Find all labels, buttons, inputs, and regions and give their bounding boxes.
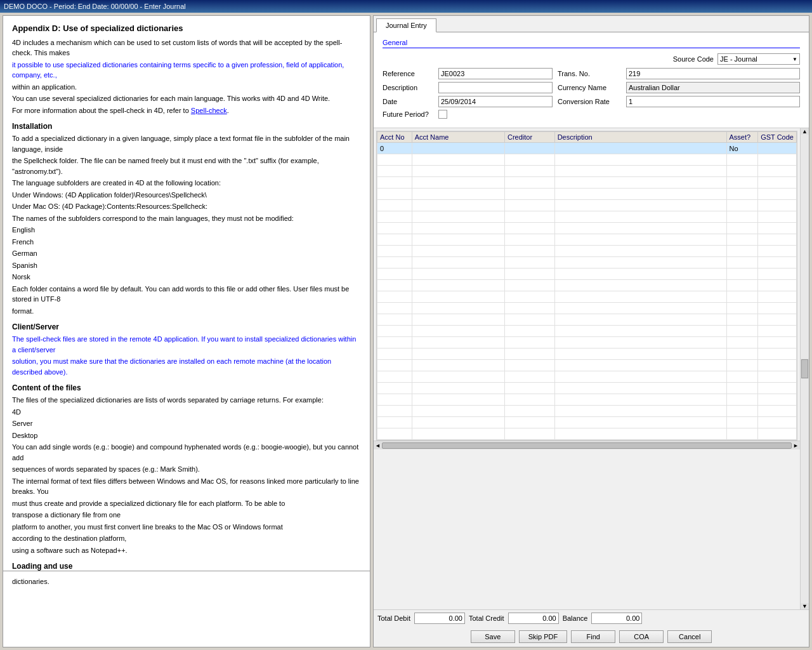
balance-label: Balance <box>563 614 588 622</box>
table-row[interactable] <box>377 394 797 406</box>
ex-server: Server <box>12 418 361 429</box>
dropdown-arrow-icon: ▼ <box>792 56 797 62</box>
table-row[interactable] <box>377 234 797 246</box>
table-row[interactable] <box>377 360 797 371</box>
table-row[interactable] <box>377 428 797 440</box>
col-acct-name: Acct Name <box>412 132 504 143</box>
scroll-left-icon[interactable]: ◄ <box>375 442 381 449</box>
date-input[interactable] <box>438 96 553 107</box>
table-row[interactable] <box>377 348 797 360</box>
table-row[interactable] <box>377 326 797 337</box>
data-grid: Acct No Acct Name Creditor Description A… <box>376 131 797 441</box>
scroll-down-icon[interactable]: ▼ <box>801 603 809 609</box>
future-period-label: Future Period? <box>383 110 433 118</box>
cell-acct-name <box>412 143 504 154</box>
skip-pdf-button[interactable]: Skip PDF <box>519 630 567 643</box>
table-row[interactable] <box>377 223 797 234</box>
totals-bar: Total Debit Total Credit Balance <box>374 609 809 627</box>
total-credit-label: Total Credit <box>469 614 504 622</box>
source-code-label: Source Code <box>673 55 714 63</box>
lang-spanish: Spanish <box>12 260 361 271</box>
internal-format-5: according to the destination platform, <box>12 533 361 544</box>
windows-path: Under Windows: (4D Application folder)\R… <box>12 190 361 201</box>
h-scrollbar-area[interactable]: ◄ ► <box>374 441 800 449</box>
left-panel: Appendix D: Use of specialized dictionar… <box>3 15 370 647</box>
table-row[interactable] <box>377 166 797 177</box>
para-2: it possible to use specialized dictionar… <box>12 60 361 81</box>
lang-english: English <box>12 225 361 235</box>
save-button[interactable]: Save <box>471 630 515 643</box>
table-row[interactable] <box>377 303 797 314</box>
table-row[interactable] <box>377 246 797 257</box>
scroll-right-icon[interactable]: ► <box>793 442 799 449</box>
lang-german: German <box>12 248 361 259</box>
para-5: For more information about the spell-che… <box>12 105 361 116</box>
form-area: General Source Code JE - Journal ▼ Refer… <box>374 32 809 128</box>
table-row[interactable] <box>377 200 797 211</box>
installation-heading: Installation <box>12 121 361 132</box>
currency-name-label: Currency Name <box>558 84 621 91</box>
table-row[interactable] <box>377 291 797 303</box>
reference-input[interactable] <box>438 68 553 79</box>
tab-journal-entry[interactable]: Journal Entry <box>376 18 436 32</box>
install-para-3: The language subfolders are created in 4… <box>12 178 361 189</box>
coa-button[interactable]: COA <box>619 630 664 643</box>
left-content-area[interactable]: Appendix D: Use of specialized dictionar… <box>3 16 370 571</box>
internal-format-1: The internal format of text files differ… <box>12 476 361 497</box>
format-note: format. <box>12 306 361 317</box>
table-row[interactable] <box>377 280 797 291</box>
table-row[interactable] <box>377 406 797 417</box>
table-row[interactable] <box>377 189 797 200</box>
table-scroll[interactable]: Acct No Acct Name Creditor Description A… <box>374 128 800 609</box>
balance-input[interactable] <box>591 613 642 624</box>
col-gst-code: GST Code <box>758 132 797 143</box>
spellcheck-link[interactable]: Spell-check <box>191 107 227 114</box>
v-scrollbar[interactable]: ▲ ▼ <box>800 128 809 609</box>
table-row[interactable] <box>377 383 797 394</box>
names-note: The names of the subfolders correspond t… <box>12 213 361 224</box>
internal-format-2: must thus create and provide a specializ… <box>12 498 361 509</box>
install-para-2: the Spellcheck folder. The file can be n… <box>12 156 361 176</box>
table-row[interactable] <box>377 371 797 383</box>
table-row[interactable] <box>377 337 797 348</box>
future-period-checkbox[interactable] <box>438 110 447 119</box>
table-row[interactable] <box>377 269 797 280</box>
description-input[interactable] <box>438 82 553 93</box>
table-row[interactable] <box>377 177 797 189</box>
h-scrollbar-thumb[interactable] <box>382 442 792 449</box>
cell-gst-code <box>758 143 797 154</box>
col-asset: Asset? <box>726 132 758 143</box>
total-credit-input[interactable] <box>508 613 559 624</box>
find-button[interactable]: Find <box>571 630 615 643</box>
table-area: Acct No Acct Name Creditor Description A… <box>374 128 809 609</box>
conversion-rate-label: Conversion Rate <box>558 98 621 105</box>
cell-description <box>554 143 726 154</box>
trans-no-input[interactable] <box>626 68 800 79</box>
para-4: You can use several specialized dictiona… <box>12 93 361 104</box>
scroll-up-icon[interactable]: ▲ <box>801 128 809 135</box>
para-3: within an application. <box>12 82 361 93</box>
source-code-dropdown[interactable]: JE - Journal ▼ <box>717 53 800 65</box>
title-text: DEMO DOCO - Period: End Date: 00/00/00 -… <box>4 3 186 10</box>
total-debit-input[interactable] <box>414 613 465 624</box>
table-row[interactable] <box>377 417 797 428</box>
lang-french: French <box>12 237 361 248</box>
sequences-para: sequences of words separated by spaces (… <box>12 464 361 475</box>
table-row[interactable] <box>377 154 797 166</box>
table-row[interactable] <box>377 257 797 269</box>
internal-format-4: platform to another, you must first conv… <box>12 522 361 533</box>
internal-format-6: using a software such as Notepad++. <box>12 545 361 556</box>
table-row[interactable] <box>377 211 797 223</box>
cell-asset: No <box>726 143 758 154</box>
date-label: Date <box>383 98 433 105</box>
table-row[interactable] <box>377 314 797 326</box>
cell-acct-no: 0 <box>377 143 412 154</box>
each-folder-note: Each folder contains a word file by defa… <box>12 284 361 305</box>
cell-creditor <box>504 143 554 154</box>
v-scrollbar-thumb[interactable] <box>801 359 808 378</box>
table-row[interactable]: 0 No <box>377 143 797 154</box>
trans-no-label: Trans. No. <box>558 70 621 77</box>
currency-name-input[interactable] <box>626 82 800 93</box>
cancel-button[interactable]: Cancel <box>667 630 712 643</box>
conversion-rate-input[interactable] <box>626 96 800 107</box>
